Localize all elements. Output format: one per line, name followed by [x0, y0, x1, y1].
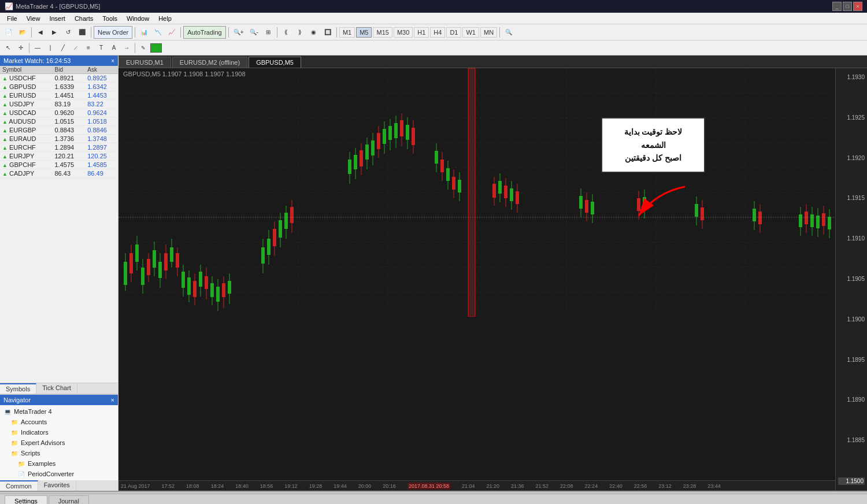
tf-mn[interactable]: MN [480, 27, 497, 38]
chart-tab-gbpusd-m5[interactable]: GBPUSD,M5 [249, 57, 301, 68]
tf-w1[interactable]: W1 [462, 27, 479, 38]
market-watch-row[interactable]: ▲ AUDUSD 1.0515 1.0518 [0, 117, 118, 126]
cursor-btn[interactable]: ↖ [2, 42, 14, 54]
market-watch-close[interactable]: × [111, 58, 114, 64]
auto-trading-btn[interactable]: AutoTrading [183, 26, 226, 39]
menu-tools[interactable]: Tools [98, 14, 122, 23]
mw-arrow: ▲ [2, 171, 8, 177]
market-watch-row[interactable]: ▲ EURGBP 0.8843 0.8846 [0, 126, 118, 135]
close-btn[interactable]: × [853, 2, 862, 11]
market-watch-row[interactable]: ▲ EURUSD 1.4451 1.4453 [0, 91, 118, 100]
nav-item-scripts[interactable]: 📁Scripts [0, 448, 118, 458]
grid-btn[interactable]: ⊞ [262, 26, 275, 39]
zoom-out-btn[interactable]: 🔍- [247, 26, 261, 39]
crosshair-btn[interactable]: ✛ [15, 42, 27, 54]
tab-journal[interactable]: Journal [49, 495, 89, 504]
tf-h1[interactable]: H1 [414, 27, 429, 38]
time-13: 21:04 [462, 483, 475, 489]
svg-rect-137 [822, 213, 825, 226]
market-watch-row[interactable]: ▲ CADJPY 86.43 86.49 [0, 169, 118, 178]
annotation-text: لاحظ توقيت بداية الشمعهاصبح كل دقيقتين [624, 127, 683, 162]
stop-btn[interactable]: ⬛ [76, 26, 88, 39]
folder-icon: 📁 [10, 439, 18, 447]
market-watch-row[interactable]: ▲ EURCHF 1.2894 1.2897 [0, 143, 118, 152]
market-watch-tabs: Symbols Tick Chart [0, 383, 118, 394]
minimize-btn[interactable]: _ [832, 2, 842, 11]
nav-tab-favorites[interactable]: Favorites [38, 480, 76, 491]
mw-ask: 0.8925 [85, 74, 118, 83]
menu-help[interactable]: Help [154, 14, 176, 23]
time-10: 20:00 [358, 483, 372, 489]
forward-btn[interactable]: ▶ [48, 26, 61, 39]
nav-item-metatrader-4[interactable]: 💻MetaTrader 4 [0, 406, 118, 417]
nav-item-expert-advisors[interactable]: 📁Expert Advisors [0, 438, 118, 448]
time-19: 22:40 [609, 483, 623, 489]
nav-item-accounts[interactable]: 📁Accounts [0, 417, 118, 427]
draw-mode-btn[interactable]: ✎ [138, 42, 149, 54]
menu-window[interactable]: Window [122, 14, 154, 23]
indicators-btn[interactable]: ◉ [307, 26, 320, 39]
menu-insert[interactable]: Insert [45, 14, 70, 23]
channel-btn[interactable]: ⟋ [70, 42, 81, 54]
search-btn[interactable]: 🔍 [502, 26, 515, 39]
fib-btn[interactable]: ≡ [83, 42, 94, 54]
text-btn[interactable]: T [95, 42, 107, 54]
market-watch-row[interactable]: ▲ EURJPY 120.21 120.25 [0, 152, 118, 161]
back-btn[interactable]: ◀ [34, 26, 47, 39]
tf-m1[interactable]: M1 [339, 27, 355, 38]
tf-h4[interactable]: H4 [430, 27, 445, 38]
refresh-btn[interactable]: ↺ [62, 26, 75, 39]
menu-file[interactable]: File [2, 14, 22, 23]
chart-svg [118, 68, 835, 317]
tf-d1[interactable]: D1 [446, 27, 461, 38]
title-bar-controls[interactable]: _ □ × [832, 2, 862, 11]
vline-btn[interactable]: | [45, 42, 56, 54]
tab-tick-chart[interactable]: Tick Chart [36, 383, 77, 394]
arrow-btn[interactable]: → [121, 42, 132, 54]
tf-m15[interactable]: M15 [373, 27, 392, 38]
scroll-right-btn[interactable]: ⟫ [294, 26, 306, 39]
new-btn[interactable]: 📄 [2, 26, 15, 39]
chart-type-btn1[interactable]: 📊 [138, 26, 150, 39]
label-btn[interactable]: A [108, 42, 120, 54]
price-8: 1.1895 [838, 357, 865, 363]
tab-symbols[interactable]: Symbols [0, 383, 36, 394]
zoom-in-btn[interactable]: 🔍+ [231, 26, 246, 39]
nav-item-periodconverter[interactable]: 📄PeriodConverter [0, 469, 118, 479]
nav-tab-common[interactable]: Common [0, 480, 38, 491]
market-watch-row[interactable]: ▲ USDJPY 83.19 83.22 [0, 100, 118, 109]
market-watch-row[interactable]: ▲ USDCAD 0.9620 0.9624 [0, 109, 118, 117]
tline-btn[interactable]: ╱ [57, 42, 69, 54]
svg-rect-79 [383, 129, 386, 144]
svg-rect-21 [135, 244, 139, 262]
market-watch-row[interactable]: ▲ GBPCHF 1.4575 1.4585 [0, 161, 118, 169]
chart-tab-eurusd-m1[interactable]: EURUSD,M1 [118, 57, 171, 68]
market-watch-row[interactable]: ▲ EURAUD 1.3736 1.3748 [0, 135, 118, 143]
mw-ask: 1.0518 [85, 117, 118, 126]
menu-view[interactable]: View [22, 14, 45, 23]
tab-settings[interactable]: Settings [5, 495, 47, 504]
svg-rect-129 [799, 214, 802, 227]
objects-btn[interactable]: 🔲 [321, 26, 334, 39]
sep5 [228, 27, 229, 38]
tf-m30[interactable]: M30 [394, 27, 413, 38]
market-watch-row[interactable]: ▲ GBPUSD 1.6339 1.6342 [0, 83, 118, 91]
hline-btn[interactable]: — [32, 42, 43, 54]
open-btn[interactable]: 📂 [16, 26, 29, 39]
svg-rect-47 [210, 283, 214, 297]
chart-tab-eurusd-m2[interactable]: EURUSD,M2 (offline) [172, 57, 247, 68]
new-order-btn[interactable]: New Order [94, 26, 132, 39]
time-20: 22:56 [634, 483, 647, 489]
scroll-left-btn[interactable]: ⟪ [280, 26, 292, 39]
color-btn[interactable] [150, 43, 162, 53]
nav-item-examples[interactable]: 📁Examples [0, 458, 118, 469]
nav-item-indicators[interactable]: 📁Indicators [0, 427, 118, 438]
time-14: 21:20 [486, 483, 499, 489]
navigator-close[interactable]: × [111, 396, 114, 403]
menu-charts[interactable]: Charts [70, 14, 98, 23]
market-watch-row[interactable]: ▲ USDCHF 0.8921 0.8925 [0, 74, 118, 83]
tf-m5[interactable]: M5 [356, 27, 372, 38]
maximize-btn[interactable]: □ [843, 2, 852, 11]
chart-type-btn2[interactable]: 📉 [151, 26, 164, 39]
chart-type-btn3[interactable]: 📈 [165, 26, 178, 39]
